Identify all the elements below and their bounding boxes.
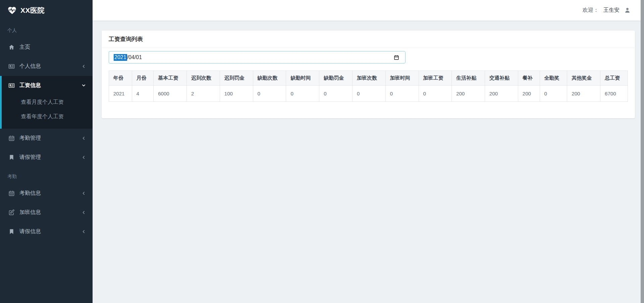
chevron-down-icon bbox=[82, 83, 86, 88]
card-body: 2021/04/01 年份月份基本工资迟到次数迟到罚金缺勤次数缺勤时间缺勤罚金加… bbox=[102, 48, 635, 118]
table-cell: 0 bbox=[540, 86, 567, 102]
idcard-icon bbox=[8, 82, 15, 89]
table-cell: 200 bbox=[518, 86, 540, 102]
sidebar-item-label: 主页 bbox=[19, 44, 30, 51]
sidebar-item-home[interactable]: 主页 bbox=[0, 38, 93, 57]
column-header: 全勤奖 bbox=[540, 71, 567, 86]
salary-query-card: 工资查询列表 2021/04/01 bbox=[102, 31, 635, 118]
bookmark-icon bbox=[8, 228, 15, 235]
username[interactable]: 王生安 bbox=[603, 7, 620, 14]
sidebar-item-personal-info[interactable]: 个人信息 bbox=[0, 57, 93, 76]
column-header: 其他奖金 bbox=[567, 71, 600, 86]
table-row: 202146000210000000020020020002006700 bbox=[109, 86, 628, 102]
sidebar-item-label: 工资信息 bbox=[19, 82, 41, 89]
page-scrollbar[interactable] bbox=[641, 0, 644, 303]
edit-icon bbox=[8, 209, 15, 216]
table-cell: 0 bbox=[253, 86, 286, 102]
page-title: 工资查询列表 bbox=[109, 36, 143, 42]
welcome-label: 欢迎： bbox=[583, 7, 599, 14]
sidebar-section-label-attendance: 考勤 bbox=[0, 167, 93, 184]
column-header: 缺勤次数 bbox=[253, 71, 286, 86]
salary-table-head: 年份月份基本工资迟到次数迟到罚金缺勤次数缺勤时间缺勤罚金加班次数加班时间加班工资… bbox=[109, 71, 628, 86]
main-column: 欢迎： 王生安 工资查询列表 2021/04/01 bbox=[93, 0, 644, 303]
sidebar-item-salary-info[interactable]: 工资信息 bbox=[2, 76, 93, 95]
column-header: 加班次数 bbox=[352, 71, 385, 86]
sidebar-item-label: 请假信息 bbox=[19, 228, 41, 235]
submenu-salary-info: 查看月度个人工资查看年度个人工资 bbox=[2, 95, 93, 124]
sidebar-item-label: 考勤管理 bbox=[19, 135, 41, 142]
brand[interactable]: XX医院 bbox=[0, 0, 93, 21]
sidebar-item-label: 考勤信息 bbox=[19, 190, 41, 197]
column-header: 餐补 bbox=[518, 71, 540, 86]
column-header: 年份 bbox=[109, 71, 132, 86]
date-input-rest: /04/01 bbox=[127, 54, 142, 60]
salary-table: 年份月份基本工资迟到次数迟到罚金缺勤次数缺勤时间缺勤罚金加班次数加班时间加班工资… bbox=[109, 71, 628, 102]
sidebar-item-overtime-info[interactable]: 加班信息 bbox=[0, 203, 93, 222]
column-header: 缺勤时间 bbox=[286, 71, 319, 86]
heartbeat-icon bbox=[7, 6, 17, 15]
topbar: 欢迎： 王生安 bbox=[93, 0, 644, 21]
sidebar-item-leave-info[interactable]: 请假信息 bbox=[0, 222, 93, 241]
date-input-selected-year: 2021 bbox=[114, 54, 127, 61]
sidebar-item-label: 加班信息 bbox=[19, 209, 41, 216]
column-header: 加班工资 bbox=[419, 71, 452, 86]
sidebar-nav: 个人主页个人信息工资信息查看月度个人工资查看年度个人工资考勤管理请假管理考勤考勤… bbox=[0, 21, 93, 303]
column-header: 总工资 bbox=[600, 71, 628, 86]
person-icon[interactable] bbox=[624, 7, 631, 13]
table-cell: 0 bbox=[286, 86, 319, 102]
sidebar-section-label-personal: 个人 bbox=[0, 21, 93, 38]
app-root: XX医院 个人主页个人信息工资信息查看月度个人工资查看年度个人工资考勤管理请假管… bbox=[0, 0, 644, 303]
table-cell: 0 bbox=[352, 86, 385, 102]
card-header: 工资查询列表 bbox=[102, 31, 635, 48]
sidebar-item-yearly-salary[interactable]: 查看年度个人工资 bbox=[2, 110, 93, 124]
brand-name: XX医院 bbox=[20, 6, 45, 15]
chevron-left-icon bbox=[82, 191, 86, 196]
date-input[interactable]: 2021/04/01 bbox=[109, 51, 406, 63]
sidebar-item-leave-mgmt[interactable]: 请假管理 bbox=[0, 148, 93, 167]
column-header: 生活补贴 bbox=[452, 71, 485, 86]
sidebar-item-attendance-info[interactable]: 考勤信息 bbox=[0, 184, 93, 203]
idcard-icon bbox=[8, 63, 15, 70]
table-cell: 0 bbox=[419, 86, 452, 102]
chevron-left-icon bbox=[82, 136, 86, 140]
chevron-left-icon bbox=[82, 155, 86, 160]
home-icon bbox=[8, 44, 15, 51]
table-cell: 2 bbox=[187, 86, 220, 102]
salary-table-body: 202146000210000000020020020002006700 bbox=[109, 86, 628, 102]
column-header: 月份 bbox=[132, 71, 154, 86]
table-cell: 200 bbox=[485, 86, 518, 102]
table-cell: 0 bbox=[385, 86, 419, 102]
sidebar-item-attendance-mgmt[interactable]: 考勤管理 bbox=[0, 129, 93, 148]
table-cell: 100 bbox=[220, 86, 253, 102]
calendar-picker-icon[interactable] bbox=[394, 55, 399, 60]
chevron-left-icon bbox=[82, 229, 86, 234]
table-header-row: 年份月份基本工资迟到次数迟到罚金缺勤次数缺勤时间缺勤罚金加班次数加班时间加班工资… bbox=[109, 71, 628, 86]
table-cell: 6000 bbox=[154, 86, 187, 102]
sidebar-item-monthly-salary[interactable]: 查看月度个人工资 bbox=[2, 95, 93, 110]
sidebar: XX医院 个人主页个人信息工资信息查看月度个人工资查看年度个人工资考勤管理请假管… bbox=[0, 0, 93, 303]
table-cell: 200 bbox=[452, 86, 485, 102]
table-cell: 2021 bbox=[109, 86, 132, 102]
chevron-left-icon bbox=[82, 64, 86, 69]
sidebar-group-salary-info: 工资信息查看月度个人工资查看年度个人工资 bbox=[0, 76, 93, 129]
column-header: 基本工资 bbox=[154, 71, 187, 86]
column-header: 迟到罚金 bbox=[220, 71, 253, 86]
chevron-left-icon bbox=[82, 210, 86, 215]
sidebar-item-label: 个人信息 bbox=[19, 63, 41, 70]
column-header: 迟到次数 bbox=[187, 71, 220, 86]
table-cell: 4 bbox=[132, 86, 154, 102]
content-area: 工资查询列表 2021/04/01 bbox=[93, 21, 644, 303]
sidebar-item-label: 请假管理 bbox=[19, 154, 41, 161]
table-cell: 200 bbox=[567, 86, 600, 102]
calendar-icon bbox=[8, 190, 15, 197]
table-cell: 0 bbox=[319, 86, 353, 102]
bookmark-icon bbox=[8, 154, 15, 161]
column-header: 加班时间 bbox=[385, 71, 419, 86]
column-header: 交通补贴 bbox=[485, 71, 518, 86]
calendar-icon bbox=[8, 135, 15, 142]
column-header: 缺勤罚金 bbox=[319, 71, 353, 86]
table-cell: 6700 bbox=[600, 86, 628, 102]
